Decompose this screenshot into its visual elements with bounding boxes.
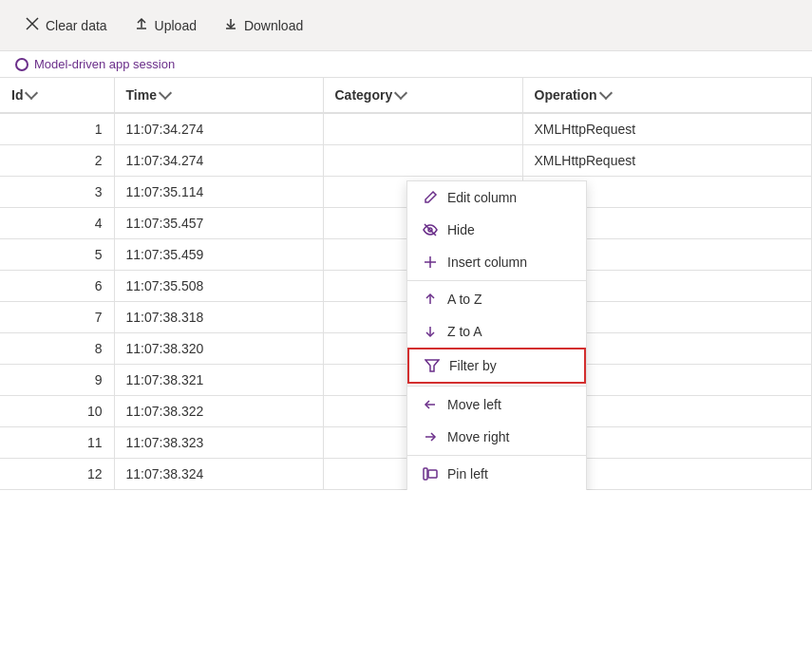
arrow-right-icon bbox=[423, 429, 438, 444]
cell-time: 11:07:35.457 bbox=[114, 208, 323, 239]
menu-item-label: Filter by bbox=[449, 358, 497, 373]
menu-item-insert-column[interactable]: Insert column bbox=[407, 246, 586, 278]
chevron-down-icon bbox=[159, 86, 172, 100]
column-context-menu: Edit column Hide Insert column A to Z Z … bbox=[406, 180, 587, 490]
svg-rect-16 bbox=[428, 470, 437, 478]
cell-category bbox=[323, 145, 522, 177]
cell-operation: XMLHttpRequest bbox=[522, 145, 812, 177]
download-button[interactable]: Download bbox=[214, 10, 312, 40]
toolbar: Clear data Upload Download bbox=[0, 0, 812, 51]
cell-time: 11:07:38.323 bbox=[114, 427, 323, 459]
menu-item-filter-by[interactable]: Filter by bbox=[407, 348, 586, 384]
cell-id: 5 bbox=[0, 239, 114, 271]
menu-item-label: Move left bbox=[447, 397, 501, 412]
pin-left-icon bbox=[423, 466, 438, 482]
pencil-icon bbox=[423, 190, 438, 205]
cell-id: 11 bbox=[0, 427, 114, 459]
cell-category bbox=[323, 113, 522, 145]
session-label: Model-driven app session bbox=[34, 57, 175, 71]
main-content: Id Time Category bbox=[0, 78, 812, 490]
cell-time: 11:07:34.274 bbox=[114, 113, 323, 145]
menu-item-label: Move right bbox=[447, 429, 509, 444]
cell-time: 11:07:38.322 bbox=[114, 396, 323, 427]
chevron-down-icon bbox=[25, 86, 38, 100]
menu-divider bbox=[407, 455, 586, 456]
svg-marker-12 bbox=[425, 360, 439, 371]
cell-operation: XMLHttpRequest bbox=[522, 113, 812, 145]
cell-id: 1 bbox=[0, 113, 114, 145]
arrow-left-icon bbox=[423, 397, 438, 412]
x-icon bbox=[25, 16, 40, 34]
cell-id: 7 bbox=[0, 302, 114, 333]
col-header-time[interactable]: Time bbox=[114, 78, 323, 113]
menu-item-hide[interactable]: Hide bbox=[407, 214, 586, 246]
cell-time: 11:07:38.324 bbox=[114, 459, 323, 490]
cell-id: 10 bbox=[0, 396, 114, 427]
menu-item-label: Pin left bbox=[447, 466, 488, 482]
cell-time: 11:07:34.274 bbox=[114, 145, 323, 177]
menu-item-label: Hide bbox=[447, 222, 475, 237]
col-header-operation[interactable]: Operation bbox=[522, 78, 812, 113]
cell-id: 12 bbox=[0, 459, 114, 490]
arrow-up-icon bbox=[423, 292, 438, 307]
cell-time: 11:07:35.459 bbox=[114, 239, 323, 271]
chevron-down-icon bbox=[599, 86, 613, 100]
menu-item-label: Edit column bbox=[447, 190, 517, 205]
chevron-down-icon bbox=[394, 86, 407, 100]
cell-id: 2 bbox=[0, 145, 114, 177]
filter-icon bbox=[425, 358, 440, 373]
session-circle-icon bbox=[15, 58, 28, 71]
menu-item-move-left[interactable]: Move left bbox=[407, 388, 586, 421]
menu-item-label: Z to A bbox=[447, 324, 482, 339]
menu-divider bbox=[407, 386, 586, 387]
download-icon bbox=[223, 16, 238, 34]
cell-time: 11:07:38.320 bbox=[114, 333, 323, 365]
session-bar: Model-driven app session bbox=[0, 51, 812, 78]
cell-time: 11:07:35.508 bbox=[114, 271, 323, 302]
cell-id: 4 bbox=[0, 208, 114, 239]
menu-item-edit-column[interactable]: Edit column bbox=[407, 181, 586, 214]
clear-data-button[interactable]: Clear data bbox=[15, 10, 117, 40]
download-label: Download bbox=[244, 18, 303, 33]
upload-label: Upload bbox=[155, 18, 197, 33]
menu-item-move-right[interactable]: Move right bbox=[407, 421, 586, 453]
cell-time: 11:07:38.318 bbox=[114, 302, 323, 333]
menu-item-pin-left[interactable]: Pin left bbox=[407, 458, 586, 490]
table-row: 2 11:07:34.274 XMLHttpRequest bbox=[0, 145, 812, 177]
cell-id: 8 bbox=[0, 333, 114, 365]
upload-icon bbox=[134, 16, 149, 34]
clear-data-label: Clear data bbox=[46, 18, 107, 33]
cell-time: 11:07:38.321 bbox=[114, 365, 323, 396]
svg-rect-15 bbox=[424, 468, 427, 480]
arrow-down-icon bbox=[423, 324, 438, 339]
cell-id: 9 bbox=[0, 365, 114, 396]
plus-icon bbox=[423, 255, 438, 270]
menu-item-label: Insert column bbox=[447, 255, 527, 270]
upload-button[interactable]: Upload bbox=[124, 10, 206, 40]
table-row: 1 11:07:34.274 XMLHttpRequest bbox=[0, 113, 812, 145]
cell-time: 11:07:35.114 bbox=[114, 177, 323, 208]
menu-item-label: A to Z bbox=[447, 292, 482, 307]
menu-divider bbox=[407, 280, 586, 281]
cell-id: 3 bbox=[0, 177, 114, 208]
hide-icon bbox=[423, 222, 438, 237]
menu-item-z-to-a[interactable]: Z to A bbox=[407, 315, 586, 348]
col-header-category[interactable]: Category bbox=[323, 78, 522, 113]
cell-id: 6 bbox=[0, 271, 114, 302]
menu-item-a-to-z[interactable]: A to Z bbox=[407, 283, 586, 315]
col-header-id[interactable]: Id bbox=[0, 78, 114, 113]
